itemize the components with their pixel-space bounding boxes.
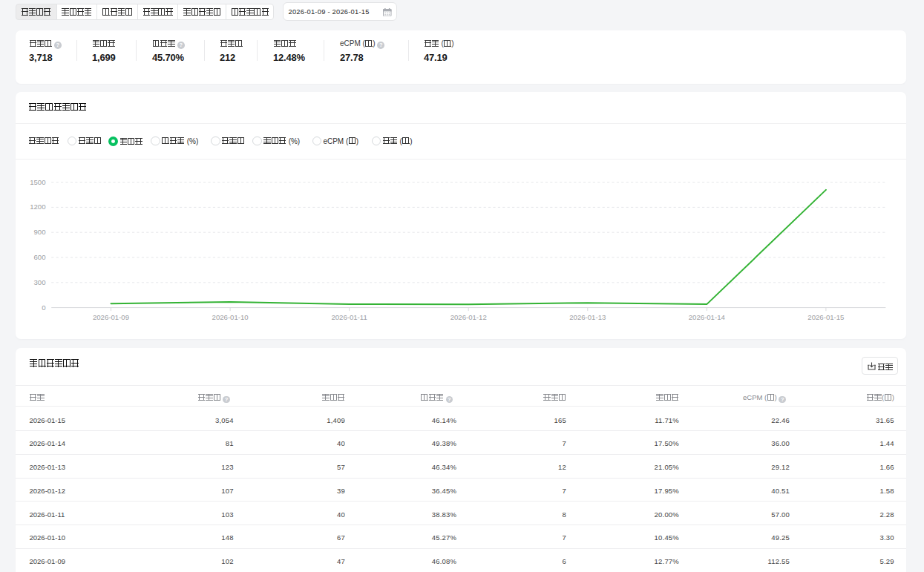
svg-text:1500: 1500 [30,178,45,186]
svg-text:2026-01-10: 2026-01-10 [212,313,248,321]
svg-text:0: 0 [42,303,45,312]
svg-text:300: 300 [33,278,45,286]
svg-text:2026-01-15: 2026-01-15 [807,313,844,321]
svg-text:2026-01-14: 2026-01-14 [688,313,725,321]
svg-text:2026-01-11: 2026-01-11 [331,313,367,321]
svg-text:2026-01-12: 2026-01-12 [450,313,486,321]
svg-text:2026-01-13: 2026-01-13 [569,313,606,321]
svg-text:2026-01-09: 2026-01-09 [92,313,128,321]
svg-text:1200: 1200 [30,203,45,211]
svg-text:600: 600 [33,253,45,261]
svg-text:900: 900 [33,229,45,237]
